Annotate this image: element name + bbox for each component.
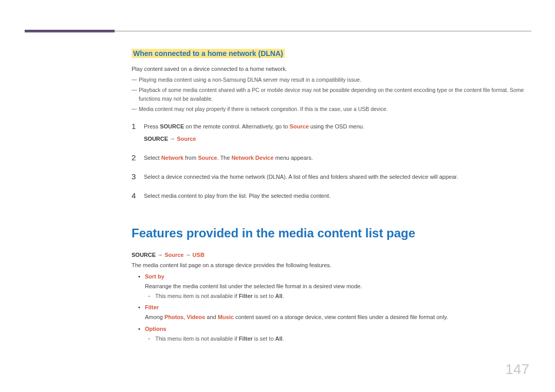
bullet-label: Filter (145, 304, 159, 310)
text: . (283, 335, 284, 342)
text-bold: Filter (239, 335, 253, 342)
feature-options: Options This menu item is not available … (132, 324, 531, 343)
text-bold: All (275, 335, 283, 342)
bullet-desc: Rearrange the media content list under t… (132, 282, 531, 291)
text: Among (145, 314, 164, 320)
text-highlight: Source (290, 123, 309, 129)
text: Rearrange the media content list under t… (145, 282, 362, 291)
step-2: 2 Select Network from Source. The Networ… (132, 154, 531, 162)
feature-filter: Filter Among Photos, Videos and Music co… (132, 303, 531, 322)
text: This menu item is not available if (155, 335, 239, 342)
text: menu appears. (273, 155, 312, 161)
text: Press (144, 123, 160, 129)
note-item: Media content may not play properly if t… (132, 105, 531, 113)
path-arrow: → (168, 136, 177, 142)
path-part-highlight: Source (164, 252, 183, 258)
text-highlight: Photos (164, 314, 183, 320)
text-highlight: Music (218, 314, 234, 320)
path-part-highlight: Source (177, 136, 196, 142)
step-number: 1 (132, 122, 144, 131)
note-item: Playback of some media content shared wi… (132, 86, 531, 103)
text: is set to (253, 335, 275, 342)
step-number: 2 (132, 154, 144, 162)
bullet-title: Sort by (132, 272, 531, 282)
text: This menu item is not available if (155, 293, 239, 299)
text-highlight: Network (161, 155, 183, 161)
step-number: 3 (132, 173, 144, 181)
bullet-title: Options (132, 324, 531, 334)
path-part-highlight: USB (193, 252, 205, 258)
sub-note: This menu item is not available if Filte… (132, 291, 531, 301)
intro-text: Play content saved on a device connected… (132, 65, 531, 73)
step-3: 3 Select a device connected via the home… (132, 173, 531, 181)
bullet-desc: Among Photos, Videos and Music content s… (132, 312, 531, 322)
bullet-label: Sort by (145, 273, 164, 279)
text: Select (144, 155, 161, 161)
step-number: 4 (132, 192, 144, 200)
text-bold: All (275, 293, 283, 299)
note-item: Playing media content using a non-Samsun… (132, 76, 531, 84)
path-arrow: → (183, 252, 192, 258)
text-highlight: Network Device (231, 155, 273, 161)
bullet-label: Options (145, 326, 166, 332)
section-title-dlna: When connected to a home network (DLNA) (132, 49, 285, 58)
bullet-title: Filter (132, 303, 531, 312)
text: is set to (253, 293, 275, 299)
text-bold: SOURCE (160, 123, 184, 129)
step-body: Select media content to play from the li… (144, 192, 531, 200)
page-content: When connected to a home network (DLNA) … (132, 49, 531, 343)
section-features: Features provided in the media content l… (132, 226, 531, 343)
step-1: 1 Press SOURCE on the remote control. Al… (132, 122, 531, 143)
step-body: Select a device connected via the home n… (144, 173, 531, 181)
text: . The (217, 155, 231, 161)
text-highlight: Source (198, 155, 217, 161)
step-4: 4 Select media content to play from the … (132, 192, 531, 200)
text: . (283, 293, 284, 299)
intro-text: The media content list page on a storage… (132, 261, 531, 270)
text-bold: Filter (239, 293, 253, 299)
steps-list: 1 Press SOURCE on the remote control. Al… (132, 122, 531, 200)
main-heading: Features provided in the media content l… (132, 226, 531, 240)
text: using the OSD menu. (309, 123, 364, 129)
path-part: SOURCE (132, 252, 156, 258)
feature-sort-by: Sort by Rearrange the media content list… (132, 272, 531, 301)
text: from (183, 155, 198, 161)
step-body: Select Network from Source. The Network … (144, 154, 531, 162)
text: and (205, 314, 217, 320)
text: content saved on a storage device, view … (234, 314, 448, 320)
header-rule (25, 31, 531, 32)
path-arrow: → (156, 252, 164, 258)
path-part: SOURCE (144, 136, 168, 142)
text-highlight: Videos (187, 314, 205, 320)
menu-path: SOURCE → Source (144, 135, 531, 143)
menu-path: SOURCE → Source → USB (132, 252, 531, 258)
page-number: 147 (505, 361, 529, 378)
section-dlna: When connected to a home network (DLNA) … (132, 49, 531, 200)
text: on the remote control. Alternatively, go… (184, 123, 289, 129)
step-body: Press SOURCE on the remote control. Alte… (144, 122, 531, 143)
sub-note: This menu item is not available if Filte… (132, 334, 531, 344)
